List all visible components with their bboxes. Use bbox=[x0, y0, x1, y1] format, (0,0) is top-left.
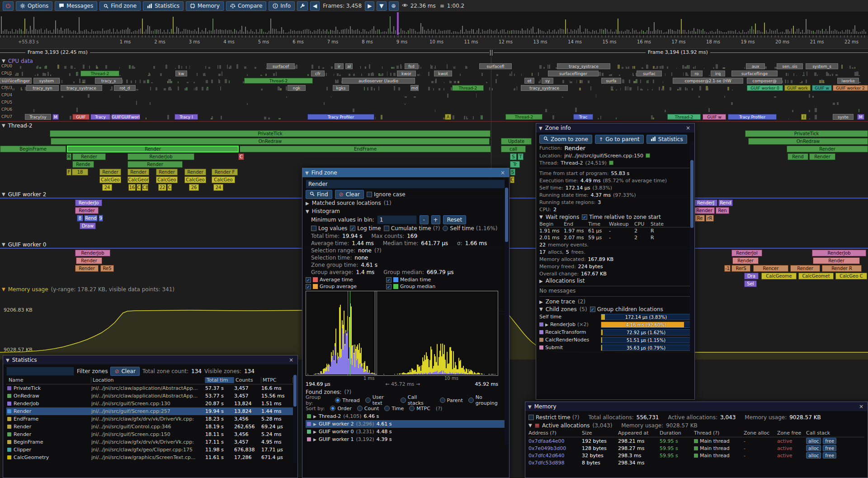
time-ruler[interactable]: +55.83 s1 ms2 ms3 ms4 ms5 ms6 ms7 ms8 ms… bbox=[0, 35, 868, 49]
cpu-zone[interactable]: fsd bbox=[405, 63, 418, 69]
zone[interactable]: OnRedraw bbox=[51, 138, 490, 145]
column-header-appeared-at[interactable]: Appeared at bbox=[618, 430, 660, 436]
cpu-zone[interactable]: GUIF bbox=[72, 114, 90, 120]
group-by-parent[interactable]: Parent bbox=[440, 398, 463, 403]
cpu-zone[interactable]: M bbox=[52, 114, 59, 120]
zone[interactable]: C bbox=[238, 153, 244, 160]
cumulate-time-checkbox[interactable]: Cumulate time(?) bbox=[384, 225, 440, 232]
frame-bar[interactable]: Frame 3,193 (22.45 ms) Frame 3,194 (13.9… bbox=[0, 49, 868, 57]
zone[interactable]: Render bbox=[813, 257, 860, 264]
zone[interactable]: 18 bbox=[72, 169, 88, 175]
group-children-checkbox[interactable]: ✓Group children locations bbox=[590, 306, 663, 312]
find-zone-button[interactable]: Find zone bbox=[99, 1, 141, 11]
cpu-zone[interactable]: surfaceflinge bbox=[731, 71, 778, 76]
zone[interactable]: Update bbox=[501, 138, 532, 145]
cpu-zone[interactable]: audioserver (/audio bbox=[342, 78, 415, 84]
callstack-alloc-button[interactable]: alloc bbox=[806, 452, 821, 459]
zoom-to-zone-button[interactable]: Zoom to zone bbox=[539, 135, 592, 144]
zone[interactable]: Render bbox=[76, 257, 102, 264]
allocation-row[interactable]: 0x7e049b3d00128 bytes298.27 ms59.95 sMai… bbox=[528, 445, 864, 452]
cpu-zone[interactable]: cfr bbox=[311, 71, 325, 76]
legend-toggle-average-time[interactable]: ✓Average time bbox=[306, 277, 382, 283]
cpu-zone[interactable]: et bbox=[524, 78, 534, 84]
child-zone-row[interactable]: CalcRenderNodes51.51 μs (1.15%) bbox=[539, 336, 691, 344]
cpu-zone[interactable]: sy bbox=[542, 78, 553, 84]
zone[interactable]: CalcGeo bbox=[212, 176, 235, 183]
cpu-zone[interactable]: tracy_syn bbox=[26, 85, 59, 91]
reset-button[interactable]: Reset bbox=[443, 215, 467, 224]
column-header-total-tim[interactable]: Total tim bbox=[205, 377, 234, 383]
cpu-zone[interactable]: Thread-2 bbox=[80, 71, 119, 76]
wait-region-row[interactable]: 2.01 ms2.07 ms59 μs-2R bbox=[539, 234, 691, 241]
statistics-button[interactable]: Statistics bbox=[143, 1, 184, 11]
column-header-mtpc[interactable]: MTPC bbox=[261, 377, 293, 383]
self-time-checkbox[interactable]: Self time(1.16%) bbox=[443, 225, 497, 232]
histogram-chart[interactable] bbox=[306, 291, 498, 376]
ignore-case-checkbox[interactable]: Ignore case bbox=[367, 191, 406, 198]
zone[interactable]: RenderJob bbox=[75, 250, 110, 256]
callstack-free-button[interactable]: free bbox=[823, 452, 836, 459]
legend-toggle-group-average[interactable]: ✓Group average bbox=[306, 284, 382, 289]
zone[interactable]: C bbox=[167, 184, 172, 191]
zone[interactable]: Render bbox=[127, 161, 183, 168]
stats-table-row[interactable]: Clipperjni/../jni/src/claw/gfx/geo/Clipp… bbox=[6, 446, 294, 454]
prev-frame-button[interactable]: ◀ bbox=[310, 1, 320, 11]
cpu-zone[interactable]: syste bbox=[833, 114, 854, 120]
current-frame-marker[interactable] bbox=[397, 12, 399, 35]
statistics-button[interactable]: Statistics bbox=[646, 135, 687, 144]
zone[interactable]: RenderJol bbox=[731, 250, 762, 256]
increase-button[interactable]: + bbox=[431, 215, 440, 224]
zone[interactable]: -1 bbox=[724, 265, 731, 272]
zone[interactable]: Re bbox=[695, 215, 705, 222]
collapse-icon[interactable]: ▼ bbox=[539, 307, 543, 312]
cpu-zone[interactable]: GUIF worker 0 bbox=[747, 85, 783, 91]
column-header-call-stack[interactable]: Call stack bbox=[806, 430, 864, 436]
zone[interactable]: OnRedraw bbox=[748, 138, 868, 145]
zone[interactable]: Render bbox=[127, 169, 149, 175]
zone[interactable]: Render R bbox=[822, 265, 862, 272]
cpu-zone[interactable]: ngk bbox=[288, 85, 306, 91]
zone[interactable]: Render bbox=[809, 153, 835, 160]
cpu-zone[interactable]: Tracy I bbox=[175, 114, 198, 120]
go-to-frame-button[interactable]: ▼ bbox=[377, 1, 386, 11]
cpu-zone[interactable]: system_s bbox=[806, 63, 838, 69]
cpu-zone[interactable]: tracy_s bbox=[95, 78, 122, 84]
options-button[interactable]: Options bbox=[16, 1, 52, 11]
zone[interactable]: R bbox=[66, 153, 71, 160]
zone[interactable]: CalcGeo bbox=[184, 176, 206, 183]
cpu-zone[interactable]: GUIFGUIFworl bbox=[111, 114, 140, 120]
zone[interactable]: BeginFrame bbox=[0, 146, 66, 152]
cpu-zone[interactable]: sen..sis bbox=[777, 63, 803, 69]
stats-table-row[interactable]: RenderJobjni/../jni/src/guif/Screen.cpp:… bbox=[6, 400, 294, 407]
zone[interactable]: 8 bbox=[77, 215, 83, 222]
stats-table-row[interactable]: Renderjni/../jni/src/guif/Screen.cpp:257… bbox=[6, 407, 294, 415]
zone[interactable]: Render bbox=[72, 153, 106, 160]
cpu-zone[interactable]: GUIF worker 2 bbox=[833, 85, 868, 91]
restrict-time-checkbox[interactable]: Restrict time(?) bbox=[528, 414, 579, 421]
cpu-zone[interactable]: ro bbox=[691, 71, 703, 76]
cpu-zone[interactable]: rot_d bbox=[114, 85, 136, 91]
cpu-zone[interactable]: Thread-2 bbox=[244, 78, 313, 84]
zone[interactable]: 22 bbox=[158, 184, 166, 191]
go-to-parent-button[interactable]: ↑Go to parent bbox=[595, 135, 644, 144]
cpu-zone[interactable]: I bbox=[801, 114, 807, 120]
callstack-free-button[interactable]: free bbox=[823, 438, 836, 444]
stats-table-row[interactable]: EndFramejni/../jni/src/claw/gfx/drv/vk/D… bbox=[6, 415, 294, 423]
zone[interactable]: Render bbox=[787, 146, 868, 152]
allocation-row[interactable]: 0x7dfc53d8988 bytes298.34 ms bbox=[528, 459, 864, 466]
cpu-zone[interactable]: surfa bbox=[601, 78, 621, 84]
stats-table-row[interactable]: CalcGeometryjni/../jni/src/claw/graphics… bbox=[6, 454, 294, 461]
cpu-zone[interactable]: surfacefl bbox=[479, 63, 512, 69]
zone[interactable]: C bbox=[510, 176, 514, 183]
column-header-location[interactable]: Location bbox=[91, 377, 205, 383]
column-header-counts[interactable]: Counts bbox=[234, 377, 261, 383]
cpu-zone[interactable]: surfacef bbox=[267, 63, 295, 69]
zone-group-row[interactable]: ▶GUIF worker 1(3,192)4.39 s bbox=[306, 435, 506, 443]
zone[interactable]: PrivateTick bbox=[50, 130, 491, 137]
cpu-zone[interactable]: Tracy Profiler bbox=[307, 114, 374, 120]
zone[interactable]: RerS bbox=[731, 265, 750, 272]
column-header-address-[interactable]: Address (?) bbox=[528, 430, 582, 436]
cpu-zone[interactable]: kwor bbox=[397, 71, 416, 76]
thread2-header[interactable]: ▼Thread-2 bbox=[0, 122, 868, 129]
zone[interactable]: Rende bbox=[72, 161, 94, 168]
